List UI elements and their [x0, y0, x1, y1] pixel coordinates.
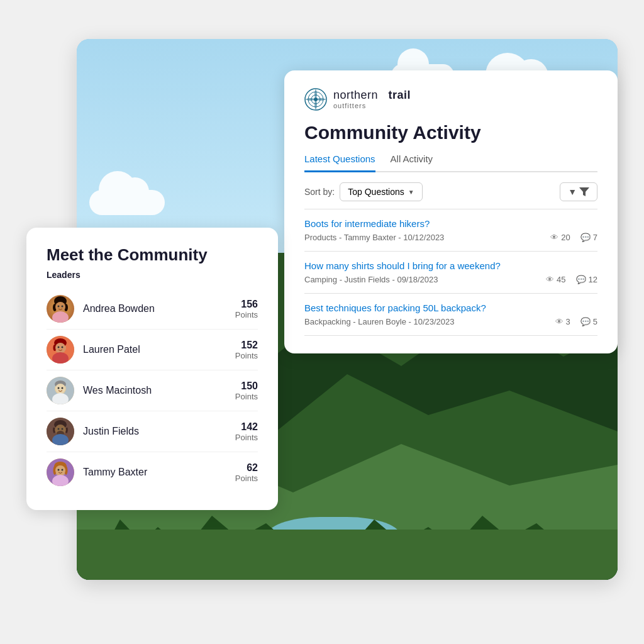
views-count-2: 45	[557, 275, 565, 284]
views-count-3: 3	[566, 317, 570, 326]
avatar-wes	[47, 377, 74, 404]
comments-count-1: 7	[593, 233, 597, 242]
logo-area: northern trail outfitters	[304, 88, 597, 111]
tabs-row: Latest Questions All Activity	[304, 153, 597, 172]
points-value-wes: 150	[235, 380, 258, 392]
logo-trail: trail	[389, 89, 411, 101]
svg-point-34	[62, 428, 64, 430]
ground	[77, 530, 618, 580]
question-item: How many shirts should I bring for a wee…	[304, 252, 597, 294]
community-card: Meet the Community Leaders	[26, 228, 278, 510]
question-meta-text-2: Camping - Justin Fields - 09/18/2023	[304, 275, 536, 284]
views-count-1: 20	[561, 233, 570, 242]
svg-point-18	[58, 347, 60, 348]
activity-title: Community Activity	[304, 122, 597, 143]
activity-card: northern trail outfitters Community Acti…	[284, 70, 618, 353]
svg-point-9	[55, 302, 65, 312]
comment-icon-1: 💬	[580, 233, 591, 242]
svg-point-24	[55, 384, 65, 394]
logo-northern: northern	[333, 89, 378, 101]
leader-points-lauren: 152 Points	[235, 340, 258, 360]
svg-point-11	[62, 306, 64, 308]
points-value-justin: 142	[235, 421, 258, 433]
points-label-tammy: Points	[235, 474, 258, 483]
cloud-1	[89, 190, 165, 215]
filter-icon: ▼	[568, 187, 577, 197]
avatar-justin	[47, 418, 74, 445]
comment-icon-3: 💬	[580, 317, 591, 326]
leader-points-tammy: 62 Points	[235, 462, 258, 483]
leader-item-lauren: Lauren Patel 152 Points	[47, 330, 258, 370]
question-meta-text-3: Backpacking - Lauren Boyle - 10/23/2023	[304, 317, 545, 326]
avatar-andrea	[47, 295, 74, 323]
leader-name-justin: Justin Fields	[83, 426, 226, 437]
sort-dropdown-value: Top Questions	[348, 187, 404, 197]
leader-name-andrea: Andrea Bowden	[83, 303, 226, 314]
svg-point-10	[58, 306, 60, 308]
tab-all-activity[interactable]: All Activity	[391, 153, 433, 172]
svg-point-43	[62, 469, 64, 471]
svg-point-41	[55, 465, 65, 475]
svg-point-17	[55, 343, 65, 353]
points-value-lauren: 152	[235, 340, 258, 351]
avatar-lauren	[47, 336, 74, 364]
views-stat-3: 👁 3	[555, 317, 570, 326]
question-item: Best techniques for packing 50L backpack…	[304, 294, 597, 336]
logo-text-area: northern trail outfitters	[333, 89, 411, 109]
comments-stat-2: 💬 12	[576, 275, 597, 284]
leader-item-justin: Justin Fields 142 Points	[47, 411, 258, 452]
avatar-tammy	[47, 458, 74, 486]
svg-point-26	[62, 387, 64, 389]
question-meta-2: Camping - Justin Fields - 09/18/2023 👁 4…	[304, 275, 597, 284]
leader-item-wes: Wes Macintosh 150 Points	[47, 370, 258, 411]
points-value-tammy: 62	[235, 462, 258, 474]
question-meta-1: Products - Tammy Baxter - 10/12/2023 👁 2…	[304, 233, 597, 242]
comments-count-2: 12	[589, 275, 597, 284]
leader-item-andrea: Andrea Bowden 156 Points	[47, 289, 258, 330]
svg-point-42	[58, 469, 60, 471]
svg-point-19	[62, 347, 64, 348]
community-title: Meet the Community	[47, 245, 258, 265]
views-stat-1: 👁 20	[550, 233, 570, 242]
logo-outfitters: outfitters	[333, 102, 411, 109]
nto-logo-icon	[304, 88, 327, 111]
leader-points-andrea: 156 Points	[235, 299, 258, 319]
comment-icon-2: 💬	[576, 275, 586, 284]
question-meta-3: Backpacking - Lauren Boyle - 10/23/2023 …	[304, 317, 597, 326]
svg-point-12	[52, 311, 69, 323]
eye-icon-2: 👁	[546, 275, 554, 284]
questions-list: Boots for intermediate hikers? Products …	[304, 209, 597, 336]
eye-icon-3: 👁	[555, 317, 564, 326]
leader-points-justin: 142 Points	[235, 421, 258, 442]
leader-name-wes: Wes Macintosh	[83, 385, 226, 396]
leader-name-tammy: Tammy Baxter	[83, 467, 226, 478]
points-label-lauren: Points	[235, 351, 258, 360]
leader-name-lauren: Lauren Patel	[83, 344, 226, 355]
question-meta-text-1: Products - Tammy Baxter - 10/12/2023	[304, 233, 540, 242]
comments-stat-1: 💬 7	[580, 233, 597, 242]
sort-row: Sort by: Top Questions ▼ ▼	[304, 182, 597, 201]
comments-count-3: 5	[593, 317, 597, 326]
question-title-3[interactable]: Best techniques for packing 50L backpack…	[304, 303, 597, 313]
filter-button[interactable]: ▼	[560, 182, 597, 201]
points-value-andrea: 156	[235, 299, 258, 310]
funnel-icon	[579, 187, 589, 196]
points-label-wes: Points	[235, 392, 258, 401]
points-label-justin: Points	[235, 433, 258, 442]
comments-stat-3: 💬 5	[580, 317, 597, 326]
svg-point-25	[58, 387, 60, 389]
logo-brand-name: northern trail	[333, 89, 411, 102]
leader-points-wes: 150 Points	[235, 380, 258, 401]
points-label-andrea: Points	[235, 310, 258, 319]
leader-item-tammy: Tammy Baxter 62 Points	[47, 452, 258, 492]
sort-dropdown-arrow: ▼	[408, 189, 414, 196]
question-title-2[interactable]: How many shirts should I bring for a wee…	[304, 260, 597, 271]
leaders-label: Leaders	[47, 270, 258, 280]
question-item: Boots for intermediate hikers? Products …	[304, 209, 597, 252]
eye-icon-1: 👁	[550, 233, 558, 242]
sort-label: Sort by:	[304, 187, 335, 197]
sort-dropdown[interactable]: Top Questions ▼	[340, 182, 422, 201]
tab-latest-questions[interactable]: Latest Questions	[304, 153, 375, 172]
svg-point-33	[58, 428, 60, 430]
question-title-1[interactable]: Boots for intermediate hikers?	[304, 218, 597, 229]
